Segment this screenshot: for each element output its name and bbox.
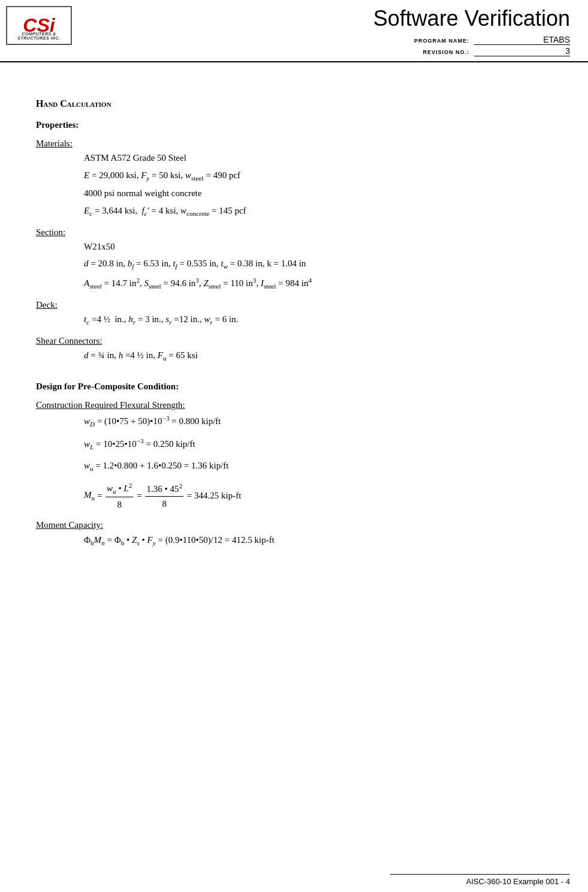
shear-connectors-content: d = ¾ in, h =4 ½ in, Fu = 65 ksi	[84, 349, 558, 364]
hand-calculation-heading: Hand Calculation	[36, 98, 558, 109]
header-title: Software Verification PROGRAM NAME: ETAB…	[84, 6, 570, 56]
materials-line3: 4000 psi normal weight concrete	[84, 187, 558, 200]
materials-line2: E = 29,000 ksi, Fy = 50 ksi, wsteel = 49…	[84, 169, 558, 184]
logo-box: CSi COMPUTERS & STRUCTURES INC.	[6, 6, 72, 45]
fraction-1: wu • L2 8	[105, 480, 133, 512]
revision-no-value: 3	[474, 46, 570, 56]
materials-heading: Materials:	[36, 139, 558, 149]
header: CSi COMPUTERS & STRUCTURES INC. Software…	[0, 0, 588, 62]
wu-equation: wu = 1.2•0.800 + 1.6•0.250 = 1.36 kip/ft	[84, 458, 558, 474]
fraction-2: 1.36 • 452 8	[145, 480, 183, 511]
materials-line4: Ec = 3,644 ksi, fc′ = 4 ksi, wconcrete =…	[84, 204, 558, 219]
properties-heading: Properties:	[36, 120, 558, 130]
header-fields: PROGRAM NAME: ETABS REVISION NO.: 3	[84, 35, 570, 56]
shear-connectors-heading: Shear Connectors:	[36, 336, 558, 346]
footer: AISC-360-10 Example 001 - 4	[390, 874, 570, 886]
program-name-label: PROGRAM NAME:	[414, 38, 469, 44]
deck-content: tc =4 ½ in., hr = 3 in., sr =12 in., wr …	[84, 313, 558, 328]
moment-capacity-equation: ΦbMn = Φb • Zs • Fy = (0.9•110•50)/12 = …	[84, 533, 558, 548]
deck-heading: Deck:	[36, 300, 558, 310]
materials-line1: ASTM A572 Grade 50 Steel	[84, 151, 558, 165]
logo-area: CSi COMPUTERS & STRUCTURES INC.	[6, 6, 84, 45]
wL-equation: wL = 10•25•10−3 = 0.250 kip/ft	[84, 436, 558, 452]
wD-equation: wD = (10•75 + 50)•10−3 = 0.800 kip/ft	[84, 413, 558, 430]
section-heading: Section:	[36, 227, 558, 238]
revision-no-row: REVISION NO.: 3	[423, 46, 570, 56]
deck-line1: tc =4 ½ in., hr = 3 in., sr =12 in., wr …	[84, 313, 558, 328]
content: Hand Calculation Properties: Materials: …	[0, 62, 588, 572]
materials-content: ASTM A572 Grade 50 Steel E = 29,000 ksi,…	[84, 151, 558, 219]
revision-no-label: REVISION NO.:	[423, 49, 469, 55]
section-line2: d = 20.8 in, bf = 6.53 in, tf = 0.535 in…	[84, 257, 558, 272]
page: CSi COMPUTERS & STRUCTURES INC. Software…	[0, 0, 588, 892]
equations-content: wD = (10•75 + 50)•10−3 = 0.800 kip/ft wL…	[84, 413, 558, 512]
moment-capacity-heading: Moment Capacity:	[36, 520, 558, 530]
moment-capacity-content: ΦbMn = Φb • Zs • Fy = (0.9•110•50)/12 = …	[84, 533, 558, 548]
section-line3: Asteel = 14.7 in2, Ssteel = 94.6 in3, Zs…	[84, 275, 558, 292]
program-name-value: ETABS	[474, 35, 570, 45]
program-name-row: PROGRAM NAME: ETABS	[414, 35, 570, 45]
software-verification-title: Software Verification	[84, 6, 570, 31]
Mu-equation: Mu = wu • L2 8 = 1.36 • 452 8 = 344.25 k…	[84, 480, 558, 512]
logo-sub: COMPUTERS & STRUCTURES INC.	[8, 32, 70, 40]
construction-heading: Construction Required Flexural Strength:	[36, 400, 558, 410]
design-heading: Design for Pre-Composite Condition:	[36, 382, 558, 392]
section-line1: W21x50	[84, 240, 558, 254]
section-content: W21x50 d = 20.8 in, bf = 6.53 in, tf = 0…	[84, 240, 558, 292]
shear-connectors-line1: d = ¾ in, h =4 ½ in, Fu = 65 ksi	[84, 349, 558, 364]
